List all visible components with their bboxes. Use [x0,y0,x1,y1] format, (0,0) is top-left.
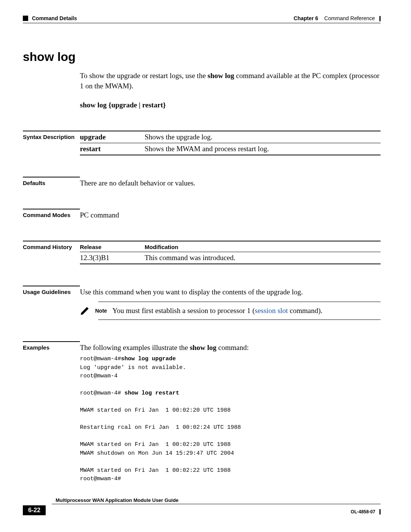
note-block: Note You must first establish a session … [80,302,381,320]
modes-text: PC command [80,209,381,219]
guide-title: Multiprocessor WAN Application Module Us… [56,497,381,503]
command-title: show log [23,50,381,64]
header-square-icon [23,16,28,21]
table-row: upgrade Shows the upgrade log. [80,131,381,143]
note-pre: You must first establish a session to pr… [112,307,255,315]
command-history-section: Command History Release Modification 12.… [23,241,381,264]
intro-pre: To show the upgrade or restart logs, use… [80,72,207,80]
usage-text: Use this command when you want to displa… [80,288,381,296]
code1-cmd: show log upgrade [121,356,176,362]
examples-intro: The following examples illustrate the sh… [80,343,381,352]
syntax-keyword: restart [80,143,145,155]
chapter-number: Chapter 6 [294,15,319,21]
defaults-section: Defaults There are no default behavior o… [23,177,381,187]
usage-section: Usage Guidelines Use this command when y… [23,286,381,320]
page-footer: Multiprocessor WAN Application Module Us… [23,504,381,515]
defaults-label: Defaults [23,177,80,187]
section-name: Command Details [32,15,77,21]
syntax-desc: Shows the upgrade log. [145,131,381,143]
table-row: restart Shows the MWAM and process resta… [80,143,381,155]
command-modes-section: Command Modes PC command [23,209,381,219]
syntax-line: show log {upgrade | restart} [80,101,381,109]
intro-paragraph: To show the upgrade or restart logs, use… [80,71,381,91]
syntax-description-section: Syntax Description upgrade Shows the upg… [23,131,381,155]
note-text: You must first establish a session to pr… [112,307,381,315]
history-head-release: Release [80,241,145,252]
code2-rest: MWAM started on Fri Jan 1 00:02:20 UTC 1… [80,407,241,482]
page-header: Command Details Chapter 6 Command Refere… [23,15,381,23]
ex-intro-bold: show log [190,343,217,351]
code1-rest: Log 'upgrade' is not available. root@mwa… [80,364,186,380]
header-left: Command Details [23,15,77,21]
examples-label: Examples [23,341,80,484]
table-header-row: Release Modification [80,241,381,252]
doc-id: OL-4858-07 [351,509,376,514]
doc-id-wrap: OL-4858-07 [351,507,381,515]
history-mod: This command was introduced. [145,252,381,264]
syntax-desc: Shows the MWAM and process restart log. [145,143,381,155]
header-bar-icon [379,16,381,21]
syntax-table: upgrade Shows the upgrade log. restart S… [80,131,381,155]
defaults-text: There are no default behavior or values. [80,177,381,187]
pencil-icon [80,306,90,316]
intro-bold: show log [207,72,234,80]
session-slot-link[interactable]: session slot [255,307,288,315]
usage-label: Usage Guidelines [23,286,80,320]
history-head-mod: Modification [145,241,381,252]
ex-intro-post: command: [217,343,249,351]
syntax-label: Syntax Description [23,131,80,155]
examples-section: Examples The following examples illustra… [23,341,381,484]
code1-prompt: root@mwam-4# [80,356,121,362]
chapter-title: Command Reference [324,15,375,21]
note-post: command). [288,307,323,315]
code2-cmd: show log restart [124,390,179,396]
ex-intro-pre: The following examples illustrate the [80,343,190,351]
example-code-1: root@mwam-4#show log upgrade Log 'upgrad… [80,355,381,484]
history-table: Release Modification 12.3(3)B1 This comm… [80,241,381,264]
header-right: Chapter 6 Command Reference [294,15,381,21]
page-number-badge: 6-22 [23,505,46,515]
syntax-keyword: upgrade [80,131,145,143]
table-row: 12.3(3)B1 This command was introduced. [80,252,381,264]
modes-label: Command Modes [23,209,80,219]
footer-bar-icon [379,509,381,514]
code2-prompt: root@mwam-4# [80,390,124,396]
history-release: 12.3(3)B1 [80,252,145,264]
note-label: Note [95,308,107,314]
history-label: Command History [23,241,80,264]
